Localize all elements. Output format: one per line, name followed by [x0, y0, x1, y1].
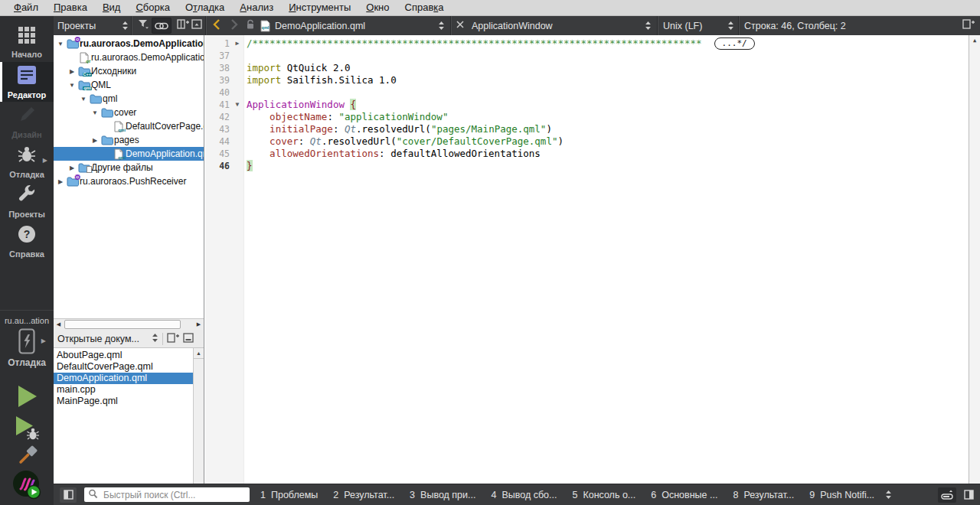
tree-item-demo-application[interactable]: qmlDemoApplication.qml: [54, 147, 204, 161]
output-pane-3[interactable]: 3Вывод при...: [410, 490, 475, 500]
scroll-left-icon[interactable]: ◀: [54, 319, 64, 329]
toggle-right-sidebar-button[interactable]: [964, 490, 974, 500]
menu-tools[interactable]: Инструменты: [281, 0, 358, 15]
editor-vertical-scrollbar[interactable]: ▲: [969, 35, 980, 484]
search-input[interactable]: [102, 489, 246, 501]
output-pane-8[interactable]: 8Результат...: [733, 490, 794, 500]
go-forward-button[interactable]: [227, 16, 242, 32]
tree-item-qml-group[interactable]: ▼qmlQML: [54, 78, 204, 92]
menu-build[interactable]: Сборка: [128, 0, 178, 15]
code-area[interactable]: 1▶/*************************************…: [205, 35, 969, 484]
code-editor[interactable]: 1▶/*************************************…: [205, 35, 980, 484]
code-line-46[interactable]: 46}: [205, 160, 969, 172]
open-document-4[interactable]: MainPage.qml: [54, 396, 194, 407]
open-document-3[interactable]: main.cpp: [54, 384, 194, 396]
fold-marker-icon[interactable]: ▶: [231, 37, 243, 50]
code-line-45[interactable]: 45 allowedOrientations: defaultAllowedOr…: [205, 148, 969, 160]
file-dropdown-icon[interactable]: [438, 16, 445, 35]
expand-arrow-icon[interactable]: ▶: [56, 178, 65, 185]
tree-horizontal-scrollbar[interactable]: ◀ ▶: [54, 318, 204, 330]
fold-marker-icon[interactable]: ▼: [231, 99, 243, 111]
menu-debug[interactable]: Отладка: [178, 0, 232, 15]
sync-with-editor-button[interactable]: [152, 18, 172, 34]
filter-button[interactable]: [135, 16, 152, 32]
docs-vertical-scrollbar[interactable]: ▲: [193, 348, 204, 484]
open-document-2[interactable]: DemoApplication.qml: [54, 373, 194, 384]
menu-edit[interactable]: Правка: [46, 0, 95, 15]
navigation-pane-selector[interactable]: Проекты: [57, 16, 129, 35]
progress-details-button[interactable]: [938, 487, 956, 503]
mode-projects[interactable]: Проекты: [0, 181, 54, 221]
tree-item-default-cover[interactable]: qmlDefaultCoverPage.qml: [54, 119, 204, 133]
folded-code-ellipsis[interactable]: ...*/: [714, 37, 755, 50]
pane-updown-icon[interactable]: [885, 490, 892, 500]
tree-item-demo-project[interactable]: ▼⚙ru.auroraos.DemoApplication: [54, 37, 204, 50]
expand-arrow-icon[interactable]: ▶: [67, 68, 77, 75]
emulator-button[interactable]: [0, 469, 54, 500]
tree-item-qml-dir[interactable]: ▼qml: [54, 92, 204, 106]
output-pane-5[interactable]: 5Консоль о...: [572, 490, 635, 500]
kit-selector-label[interactable]: ru.au...ation: [0, 316, 54, 325]
line-ending-selector[interactable]: Unix (LF): [663, 16, 702, 35]
expand-arrow-icon[interactable]: ▼: [79, 96, 88, 103]
output-pane-2[interactable]: 2Результат...: [333, 490, 394, 500]
code-line-41[interactable]: 41▼ApplicationWindow {: [205, 99, 969, 111]
close-document-button[interactable]: [453, 16, 467, 32]
docs-close-button[interactable]: [183, 333, 194, 345]
output-pane-6[interactable]: 6Основные ...: [651, 490, 717, 500]
tree-item-cover-dir[interactable]: ▼cover: [54, 106, 204, 119]
locator-search-box[interactable]: [84, 487, 250, 502]
tree-item-pro-file[interactable]: qtru.auroraos.DemoApplication: [54, 50, 204, 64]
menu-analyze[interactable]: Анализ: [232, 0, 281, 15]
expand-arrow-icon[interactable]: ▼: [90, 109, 100, 116]
target-device-selector[interactable]: ▶: [0, 328, 54, 357]
tree-item-pages-dir[interactable]: ▶pages: [54, 133, 204, 147]
output-pane-9[interactable]: 9Push Notifi...: [809, 490, 874, 500]
build-button[interactable]: [0, 443, 54, 469]
code-line-39[interactable]: 39import Sailfish.Silica 1.0: [205, 74, 969, 86]
expand-arrow-icon[interactable]: ▶: [90, 137, 100, 144]
scroll-up-icon[interactable]: ▲: [194, 348, 204, 359]
code-line-37[interactable]: 37: [205, 50, 969, 62]
mode-debug[interactable]: ▶Отладка: [0, 142, 54, 181]
scrollbar-thumb[interactable]: [64, 320, 181, 329]
docs-split-button[interactable]: [167, 333, 179, 345]
output-pane-1[interactable]: 1Проблемы: [260, 490, 318, 500]
code-line-44[interactable]: 44 cover: Qt.resolvedUrl("cover/DefaultC…: [205, 135, 969, 148]
tree-item-sources[interactable]: ▶C++Исходники: [54, 64, 204, 78]
open-document-1[interactable]: DefaultCoverPage.qml: [54, 361, 194, 373]
code-line-40[interactable]: 40: [205, 86, 969, 99]
menu-help[interactable]: Справка: [397, 0, 452, 15]
menu-view[interactable]: Вид: [95, 0, 129, 15]
expand-arrow-icon[interactable]: ▶: [67, 165, 77, 171]
close-pane-button[interactable]: [188, 16, 205, 32]
output-pane-4[interactable]: 4Вывод сбо...: [491, 490, 557, 500]
run-button[interactable]: [0, 383, 54, 409]
symbol-selector[interactable]: ApplicationWindow: [472, 16, 553, 35]
open-document-0[interactable]: AboutPage.qml: [54, 350, 194, 361]
split-editor-button[interactable]: [960, 16, 977, 32]
tree-item-push-project[interactable]: ▶⚙ru.auroraos.PushReceiver: [54, 174, 204, 188]
mode-help[interactable]: ?Справка: [0, 221, 54, 261]
code-line-38[interactable]: 38import QtQuick 2.0: [205, 62, 969, 74]
line-ending-dropdown-icon[interactable]: [727, 16, 734, 35]
menu-window[interactable]: Окно: [358, 0, 397, 15]
scroll-right-icon[interactable]: ▶: [194, 319, 204, 329]
code-line-42[interactable]: 42 objectName: "applicationWindow": [205, 111, 969, 123]
mode-welcome[interactable]: Начало: [0, 22, 54, 62]
open-documents-title[interactable]: Открытые докум...: [57, 334, 148, 344]
scroll-up-icon[interactable]: ▲: [969, 35, 980, 46]
toggle-left-sidebar-button[interactable]: [60, 487, 77, 503]
expand-arrow-icon[interactable]: ▼: [56, 41, 65, 47]
docs-dropdown-icon[interactable]: [152, 333, 158, 345]
expand-arrow-icon[interactable]: ▼: [67, 82, 77, 89]
debug-run-button[interactable]: [0, 414, 54, 441]
code-line-1[interactable]: 1▶/*************************************…: [205, 37, 969, 50]
mode-edit[interactable]: Редактор: [0, 62, 54, 102]
code-line-43[interactable]: 43 initialPage: Qt.resolvedUrl("pages/Ma…: [205, 123, 969, 135]
open-file-tab[interactable]: DemoApplication.qml: [275, 16, 365, 35]
go-back-button[interactable]: [209, 16, 224, 32]
menu-file[interactable]: Файл: [6, 0, 46, 15]
cursor-position-indicator[interactable]: Строка: 46, Столбец: 2: [744, 16, 846, 35]
symbol-dropdown-icon[interactable]: [645, 16, 652, 35]
